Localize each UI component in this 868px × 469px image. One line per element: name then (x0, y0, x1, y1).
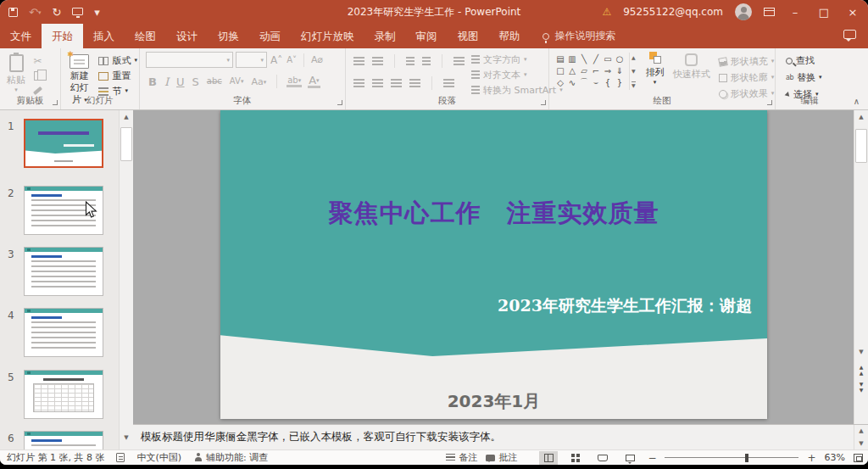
fit-slide-to-window-icon[interactable] (854, 454, 863, 462)
tab-review[interactable]: 审阅 (406, 24, 448, 48)
slide-counter[interactable]: 幻灯片 第 1 张, 共 8 张 (7, 451, 104, 464)
thumbnail-slide-3[interactable] (24, 247, 103, 296)
clear-formatting-icon[interactable]: A⌀ (310, 55, 324, 64)
thumb-scroll-down-icon[interactable]: ▼ (120, 431, 133, 444)
font-color-button[interactable]: A▾ (308, 75, 320, 88)
slideshow-view-button[interactable] (620, 451, 639, 465)
character-spacing-button[interactable]: AV▾ (229, 77, 245, 86)
tab-slideshow[interactable]: 幻灯片放映 (291, 24, 364, 48)
editor-scrollbar[interactable]: ▲ ▼ ▲▲ ▼▼ (854, 110, 868, 424)
maximize-button[interactable]: □ (815, 6, 832, 19)
shape-gallery-scroll[interactable]: ▲ ▼ ▼ (629, 53, 637, 90)
tab-help[interactable]: 帮助 (489, 24, 531, 48)
tab-transitions[interactable]: 切换 (208, 24, 249, 48)
close-button[interactable]: × (844, 6, 861, 19)
drawing-dialog-launcher-icon[interactable] (767, 100, 772, 105)
language-status[interactable]: 中文(中国) (136, 451, 181, 464)
previous-slide-button[interactable]: ▲▲ (854, 363, 868, 378)
avatar[interactable] (735, 3, 752, 20)
slide-subtitle-text[interactable]: 2023年研究生学生工作汇报：谢超 (498, 295, 752, 317)
ribbon-display-options-icon[interactable] (764, 8, 775, 16)
arrange-button[interactable]: 排列 ▾ (646, 52, 665, 100)
zoom-in-button[interactable]: + (807, 452, 815, 464)
thumb-scroll-up-icon[interactable]: ▲ (120, 110, 133, 124)
tab-animations[interactable]: 动画 (249, 24, 291, 48)
tab-insert[interactable]: 插入 (83, 24, 125, 48)
zoom-slider-thumb[interactable] (745, 454, 748, 462)
reset-button[interactable]: 重置 (98, 70, 137, 82)
notes-scrollbar[interactable]: ▲ ▼ (854, 425, 868, 449)
layout-button[interactable]: 版式▾ (98, 54, 137, 67)
notes-scroll-down-icon[interactable]: ▼ (854, 438, 868, 450)
thumbnail-slide-1[interactable] (24, 119, 103, 168)
collapse-ribbon-icon[interactable]: ∧ (854, 97, 860, 106)
notes-pane[interactable]: 模板标题使用华康俪金黑字体，已嵌入本模板，客观可自行下载安装该字体。 ▲ ▼ (133, 424, 868, 449)
tab-design[interactable]: 设计 (166, 24, 208, 48)
current-slide[interactable]: 聚焦中心工作 注重实效质量 2023年研究生学生工作汇报：谢超 2023年1月 (220, 110, 767, 419)
reading-view-button[interactable] (593, 451, 612, 465)
warning-icon[interactable]: ⚠ (602, 6, 611, 18)
replace-button[interactable]: ab 替换▾ (786, 71, 843, 84)
notes-toggle-button[interactable]: 备注 (446, 451, 477, 464)
align-left-icon[interactable] (353, 79, 364, 88)
shape-fill-button[interactable]: 形状填充▾ (719, 55, 775, 68)
cut-icon[interactable]: ✂ (33, 56, 42, 66)
zoom-level[interactable]: 63% (825, 452, 845, 463)
underline-button[interactable]: U (175, 76, 186, 87)
shape-gallery[interactable]: ▤▥╲╱▭○ □△▱⌐⇒⇓ ◇∿⌒⌣{} (554, 53, 626, 100)
editor-scroll-down-icon[interactable]: ▼ (854, 345, 868, 359)
paste-button[interactable]: 粘贴 ▾ (7, 50, 25, 96)
slide-title-text[interactable]: 聚焦中心工作 注重实效质量 (220, 197, 767, 231)
account-email[interactable]: 95255122@qq.com (623, 6, 723, 18)
change-case-button[interactable]: Aa▾ (250, 77, 267, 87)
tab-draw[interactable]: 绘图 (125, 24, 166, 48)
decrease-font-size-icon[interactable]: A˅ (286, 56, 298, 64)
thumbnail-scrollbar[interactable]: ▲ ▼ (119, 110, 133, 449)
increase-indent-icon[interactable] (422, 57, 431, 66)
clipboard-dialog-launcher-icon[interactable] (53, 100, 58, 105)
quick-styles-button[interactable]: 快速样式 (673, 48, 710, 100)
bold-button[interactable]: B (147, 76, 158, 87)
notes-scroll-up-icon[interactable]: ▲ (854, 425, 868, 438)
line-spacing-icon[interactable] (453, 57, 465, 66)
accessibility-status[interactable]: 辅助功能: 调查 (193, 451, 268, 464)
minimize-button[interactable]: – (787, 6, 804, 19)
numbering-icon[interactable] (372, 57, 383, 66)
next-slide-button[interactable]: ▼▼ (854, 380, 868, 395)
format-painter-icon[interactable] (33, 87, 42, 95)
align-center-icon[interactable] (372, 79, 383, 88)
copy-icon[interactable] (34, 71, 42, 81)
tab-record[interactable]: 录制 (364, 24, 406, 48)
align-right-icon[interactable] (391, 79, 402, 88)
italic-button[interactable]: I (164, 76, 170, 87)
increase-font-size-icon[interactable]: A˄ (270, 55, 283, 65)
font-name-combobox[interactable]: ▾ (146, 52, 233, 68)
zoom-slider[interactable] (665, 452, 798, 464)
font-size-combobox[interactable]: ▾ (236, 52, 267, 68)
strikethrough-button[interactable]: abc (206, 77, 223, 86)
slide-canvas[interactable]: 聚焦中心工作 注重实效质量 2023年研究生学生工作汇报：谢超 2023年1月 (133, 110, 854, 424)
tell-me-search[interactable]: 操作说明搜索 (542, 24, 616, 48)
font-dialog-launcher-icon[interactable] (337, 100, 342, 105)
normal-view-button[interactable] (539, 451, 558, 465)
thumbnail-slide-5[interactable] (24, 370, 103, 419)
justify-icon[interactable] (409, 79, 420, 88)
thumbnail-slide-4[interactable] (24, 308, 103, 357)
tab-file[interactable]: 文件 (0, 24, 42, 48)
comments-toggle-button[interactable]: 批注 (486, 451, 517, 464)
thumb-scrollbar-thumb[interactable] (120, 127, 132, 161)
spellcheck-icon[interactable] (116, 453, 125, 462)
tab-view[interactable]: 视图 (448, 24, 489, 48)
bullets-icon[interactable] (353, 57, 364, 66)
paragraph-dialog-launcher-icon[interactable] (541, 100, 546, 105)
slide-sorter-view-button[interactable] (566, 451, 585, 465)
shape-outline-button[interactable]: 形状轮廓▾ (719, 71, 775, 84)
text-shadow-button[interactable]: S (192, 76, 200, 87)
editor-scroll-up-icon[interactable]: ▲ (854, 110, 868, 124)
highlight-color-button[interactable]: ab▾ (287, 76, 302, 87)
tab-home[interactable]: 开始 (42, 24, 83, 48)
decrease-indent-icon[interactable] (406, 57, 415, 66)
slide-date-text[interactable]: 2023年1月 (220, 390, 767, 413)
columns-icon[interactable] (443, 79, 454, 88)
find-button[interactable]: 查找 (786, 54, 843, 67)
